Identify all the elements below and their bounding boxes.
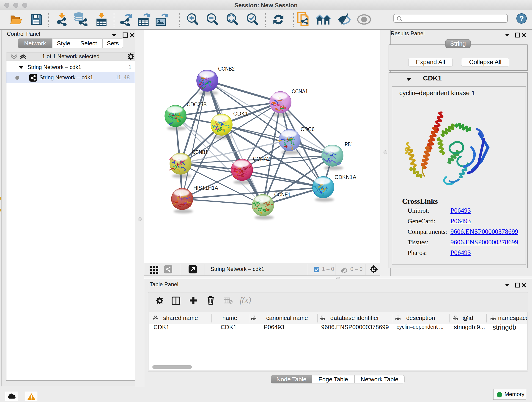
svg-text:HIST1H1A: HIST1H1A: [193, 185, 218, 191]
svg-text:CDK1: CDK1: [233, 110, 248, 117]
svg-text:CCNB1: CCNB1: [192, 149, 208, 155]
svg-text:CCNE1: CCNE1: [274, 191, 291, 198]
svg-text:CCNA1: CCNA1: [292, 88, 308, 95]
svg-text:CDC25B: CDC25B: [187, 101, 207, 108]
svg-text:CCNB2: CCNB2: [218, 65, 234, 72]
svg-text:CDKN1A: CDKN1A: [335, 174, 356, 180]
svg-text:CCNA2: CCNA2: [253, 156, 270, 162]
svg-text:CDC6: CDC6: [301, 126, 315, 132]
svg-text:RB1: RB1: [345, 141, 353, 147]
